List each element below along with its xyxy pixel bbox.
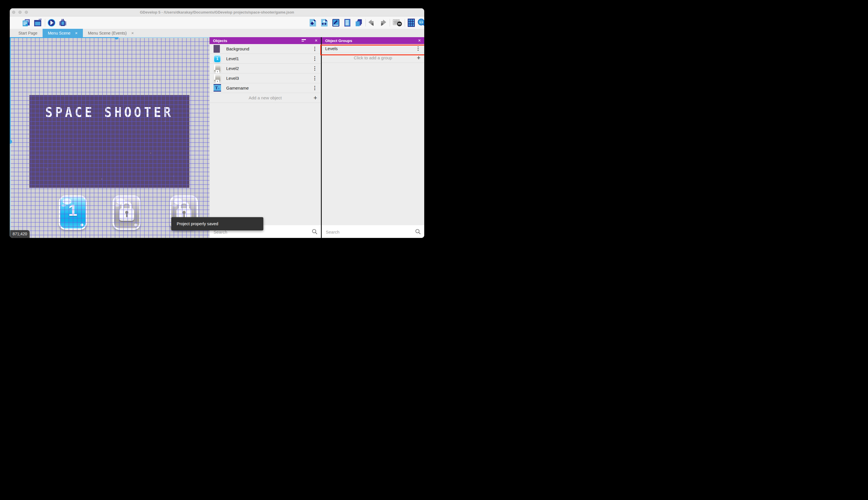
level2-button-instance[interactable] [113,195,141,230]
corner-dot [134,224,137,226]
row-menu-icon[interactable]: ⋮ [312,76,317,81]
level1-button-instance[interactable]: 1 [59,195,87,230]
level1-number: 1 [60,201,85,219]
selection-frame-top-faded [117,37,210,38]
filter-icon[interactable] [302,39,306,42]
debug-icon [58,19,67,27]
row-menu-icon[interactable]: ⋮ [312,86,317,90]
purple-square-thumbnail [213,45,220,53]
object-row-level1[interactable]: 1 Level1 ⋮ [210,54,321,64]
cursor-coordinates-badge: 871;420 [10,230,30,238]
play-button[interactable] [47,19,56,27]
tab-menu-scene-events[interactable]: Menu Scene (Events) × [83,29,139,37]
close-tab-icon[interactable]: × [75,31,78,35]
object-groups-panel-header: Object Groups × [322,37,424,44]
text-object-thumbnail: Tx [213,84,221,92]
desktop: { "window": { "title": "GDevelop 5 - /Us… [0,0,434,250]
object-name: Gamename [226,86,249,90]
deselect-instances-button[interactable] [392,19,403,27]
properties-icon [332,19,340,27]
debug-button[interactable] [58,19,67,27]
search-icon [312,229,317,236]
scene-window-icon [33,19,42,27]
row-menu-icon[interactable]: ⋮ [415,46,421,51]
main-area: SPACE SHOOTER 1 [10,37,424,238]
redo-button[interactable] [378,19,387,27]
open-objects-editor-button[interactable] [308,19,317,27]
locked-button-thumbnail [213,65,221,72]
object-row-level3[interactable]: Level3 ⋮ [210,73,321,83]
close-panel-icon[interactable]: × [418,37,421,44]
toolbar-divider [45,19,45,26]
object-groups-panel-title: Object Groups [325,38,352,43]
undo-icon [368,19,376,26]
close-panel-icon[interactable]: × [315,37,317,44]
objects-panel-header: Objects × [210,37,321,44]
open-instances-list-button[interactable] [343,19,352,27]
row-menu-icon[interactable]: ⋮ [312,56,317,61]
object-groups-editor-icon [320,19,328,27]
zoom-original-button[interactable]: 1:1 [418,19,424,27]
open-object-groups-editor-button[interactable] [320,19,329,27]
corner-dot [81,224,83,226]
scene-canvas[interactable]: SPACE SHOOTER 1 [10,37,210,238]
resize-handle-top[interactable] [115,37,119,39]
title-bar: GDevelop 5 - /Users/dkarakay/Documents/G… [10,8,424,16]
plus-icon[interactable]: + [314,95,317,101]
zoom-1-1-icon: 1:1 [418,19,424,27]
search-icon [415,229,421,236]
toolbar-divider [390,19,390,26]
group-row-levels[interactable]: Levels ⋮ [322,44,424,53]
add-group-label: Click to add a group [354,55,392,60]
project-manager-button[interactable] [22,19,31,27]
toolbar-divider [404,19,405,26]
close-tab-icon[interactable]: × [131,31,134,35]
zoom-ratio-label: 1:1 [419,21,423,24]
group-name: Levels [325,46,338,51]
object-row-gamename[interactable]: Tx Gamename ⋮ [210,83,321,93]
undo-button[interactable] [367,19,376,27]
toolbar-divider [365,19,366,26]
object-name: Level2 [226,66,239,71]
resize-handle-left[interactable] [10,140,12,144]
layers-icon [354,19,363,27]
project-manager-icon [22,19,31,27]
open-layers-editor-button[interactable] [354,19,363,27]
open-scene-window-button[interactable] [33,19,42,27]
tab-start-page[interactable]: Start Page [10,29,43,37]
deselect-instances-icon [392,19,403,27]
tab-menu-scene[interactable]: Menu Scene × [43,29,83,37]
object-groups-search-bar [322,225,424,238]
add-group-row[interactable]: Click to add a group + [322,53,424,63]
object-name: Level3 [226,76,239,81]
toggle-grid-button[interactable] [407,19,415,27]
toolbar: 1:1 [10,16,424,29]
object-row-level2[interactable]: Level2 ⋮ [210,64,321,73]
app-window: GDevelop 5 - /Users/dkarakay/Documents/G… [10,8,424,238]
open-properties-button[interactable] [331,19,340,27]
play-icon [47,19,56,27]
blue-button-thumbnail: 1 [213,55,221,63]
add-object-row[interactable]: Add a new object + [210,93,321,103]
objects-editor-icon [309,19,317,27]
object-groups-search-input[interactable] [325,225,413,238]
object-row-background[interactable]: Background ⋮ [210,44,321,54]
instances-list-icon [343,19,351,27]
tab-bar: Start Page Menu Scene × Menu Scene (Even… [10,29,424,37]
row-menu-icon[interactable]: ⋮ [312,46,317,51]
tab-label: Menu Scene [48,31,71,35]
locked-button-thumbnail [213,74,221,82]
game-title-text-instance[interactable]: SPACE SHOOTER [30,105,189,120]
save-toast: Project properly saved [171,217,263,230]
row-menu-icon[interactable]: ⋮ [312,66,317,71]
lock-icon [114,201,139,221]
objects-panel-title: Objects [213,38,227,43]
plus-icon[interactable]: + [417,55,421,61]
object-groups-empty-space [322,63,424,225]
scene-background-instance[interactable]: SPACE SHOOTER 1 [30,95,189,188]
objects-panel-empty-space [210,103,321,225]
toast-message: Project properly saved [177,221,218,226]
selection-frame-left-faded [10,142,11,238]
add-object-label: Add a new object [249,95,282,100]
redo-icon [379,19,387,26]
